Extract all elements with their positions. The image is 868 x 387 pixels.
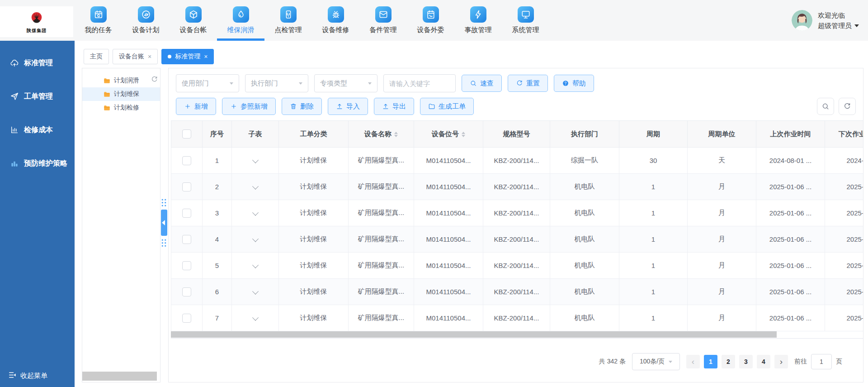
tree-item-label: 计划维保	[114, 90, 139, 98]
delete-button[interactable]: 删除	[282, 98, 322, 115]
tree-refresh-button[interactable]	[151, 76, 158, 85]
collapse-menu-icon	[8, 371, 17, 379]
using-department-select[interactable]: 使用部门	[176, 74, 239, 92]
cell-device_name: 矿用隔爆型真...	[349, 226, 414, 253]
import-button[interactable]: 导入	[328, 98, 368, 115]
tree-item-planned-overhaul[interactable]: 计划检修	[82, 101, 160, 115]
panel-splitter[interactable]	[160, 68, 168, 382]
tab-home[interactable]: 主页	[84, 49, 109, 64]
nav-item-equipment-ledger[interactable]: 设备台帐	[170, 0, 217, 41]
tree-item-planned-maintenance[interactable]: 计划维保	[82, 87, 160, 101]
page-button-3[interactable]: 3	[739, 355, 753, 368]
reset-button[interactable]: 重置	[508, 75, 548, 92]
next-page-button[interactable]: ›	[774, 355, 788, 368]
nav-item-equipment-outsourcing[interactable]: 设备外委	[407, 0, 454, 41]
row-select-cell	[171, 148, 203, 174]
nav-item-inspection-management[interactable]: 点检管理	[264, 0, 312, 41]
column-header-device_name[interactable]: 设备名称	[349, 121, 414, 148]
refresh-button[interactable]	[839, 98, 856, 115]
row-checkbox[interactable]	[182, 235, 191, 244]
page-button-2[interactable]: 2	[722, 355, 735, 368]
row-seq-cell: 4	[203, 226, 232, 253]
nav-item-equipment-plan[interactable]: 设备计划	[122, 0, 170, 41]
tree-item-label: 计划润滑	[114, 76, 139, 85]
sidebar-item-repair-cost[interactable]: 检修成本	[0, 113, 75, 147]
nav-item-label: 维保润滑	[227, 26, 255, 34]
keyword-input[interactable]	[383, 74, 456, 92]
collapse-panel-button[interactable]	[161, 210, 167, 236]
expand-chevron-icon[interactable]	[252, 315, 258, 321]
expand-chevron-icon[interactable]	[252, 210, 258, 216]
sidebar-item-label: 标准管理	[24, 58, 53, 68]
tab-standard-management[interactable]: 标准管理×	[161, 49, 214, 64]
nav-item-equipment-repair[interactable]: 设备维修	[312, 0, 359, 41]
row-checkbox[interactable]	[182, 287, 191, 296]
user-menu[interactable]: 欢迎光临 超级管理员	[792, 0, 859, 41]
cube-icon	[185, 6, 202, 23]
column-label: 工单分类	[300, 130, 327, 138]
goto-page-input[interactable]	[811, 354, 832, 369]
logo-text: 陕煤集团	[27, 28, 47, 34]
row-seq-cell: 6	[203, 279, 232, 305]
column-header-category: 工单分类	[279, 121, 349, 148]
tree-item-planned-lubrication[interactable]: 计划润滑	[82, 74, 160, 87]
page-button-4[interactable]: 4	[757, 355, 770, 368]
sidebar-item-preventive-maintenance-strategy[interactable]: 预防维护策略	[0, 147, 75, 180]
expand-chevron-icon[interactable]	[252, 157, 258, 163]
special-type-select[interactable]: 专项类型	[314, 74, 377, 92]
quick-search-button[interactable]: 速查	[462, 75, 502, 92]
row-checkbox[interactable]	[182, 314, 191, 323]
page-size-select[interactable]: 100条/页	[632, 353, 680, 370]
prev-page-button[interactable]: ‹	[686, 355, 700, 368]
nav-item-system-management[interactable]: 系统管理	[502, 0, 549, 41]
upload-icon	[336, 103, 343, 110]
nav-item-maintenance-lubrication[interactable]: 维保润滑	[217, 0, 264, 41]
row-select-cell	[171, 226, 203, 253]
plus-icon	[184, 103, 191, 110]
cell-device_name: 矿用隔爆型真...	[349, 200, 414, 226]
expand-chevron-icon[interactable]	[252, 183, 258, 190]
tab-equipment-ledger[interactable]: 设备台账×	[113, 49, 158, 64]
splitter-grip-icon[interactable]	[161, 239, 167, 247]
cell-department: 机电队	[550, 226, 619, 253]
column-header-device_tag[interactable]: 设备位号	[414, 121, 483, 148]
folder-open-icon	[428, 103, 435, 110]
chevron-down-icon	[299, 82, 302, 85]
page-button-1[interactable]: 1	[704, 355, 717, 368]
expand-chevron-icon[interactable]	[252, 288, 258, 295]
nav-item-my-tasks[interactable]: 我的任务	[75, 0, 122, 41]
goto-page-suffix: 页	[836, 358, 842, 366]
help-button[interactable]: 帮助	[554, 75, 594, 92]
cell-last_time: 2025-01-06 ...	[756, 279, 825, 305]
row-seq-cell: 1	[203, 148, 232, 174]
row-checkbox[interactable]	[182, 156, 191, 165]
row-checkbox[interactable]	[182, 261, 191, 270]
nav-item-accident-management[interactable]: 事故管理	[454, 0, 502, 41]
tree-horizontal-scrollbar[interactable]	[82, 372, 157, 381]
add-by-reference-button[interactable]: 参照新增	[222, 98, 276, 115]
send-icon	[10, 92, 19, 101]
tab-bar: 主页设备台账×标准管理×	[84, 49, 214, 64]
generate-work-order-button[interactable]: 生成工单	[420, 98, 474, 115]
add-button[interactable]: 新增	[176, 98, 216, 115]
close-icon[interactable]: ×	[148, 53, 151, 60]
row-checkbox[interactable]	[182, 209, 191, 218]
search-button[interactable]	[817, 98, 834, 115]
expand-chevron-icon[interactable]	[252, 262, 258, 268]
sort-icon[interactable]	[394, 132, 398, 137]
close-icon[interactable]: ×	[204, 53, 208, 60]
splitter-grip-icon[interactable]	[161, 198, 167, 207]
sidebar-item-work-order-management[interactable]: 工单管理	[0, 80, 75, 113]
collapse-menu-button[interactable]: 收起菜单	[8, 371, 47, 381]
nav-item-spare-parts-management[interactable]: 备件管理	[359, 0, 407, 41]
table-horizontal-scrollbar[interactable]	[171, 331, 777, 338]
expand-chevron-icon[interactable]	[252, 236, 258, 242]
cell-device_name: 矿用隔爆型真...	[349, 253, 414, 279]
row-checkbox[interactable]	[182, 182, 191, 191]
sort-icon[interactable]	[462, 132, 465, 137]
export-button[interactable]: 导出	[374, 98, 414, 115]
sidebar-item-standard-management[interactable]: 标准管理	[0, 46, 75, 80]
calendar-icon	[90, 6, 107, 23]
executing-department-select[interactable]: 执行部门	[245, 74, 308, 92]
header-checkbox[interactable]	[182, 129, 191, 139]
